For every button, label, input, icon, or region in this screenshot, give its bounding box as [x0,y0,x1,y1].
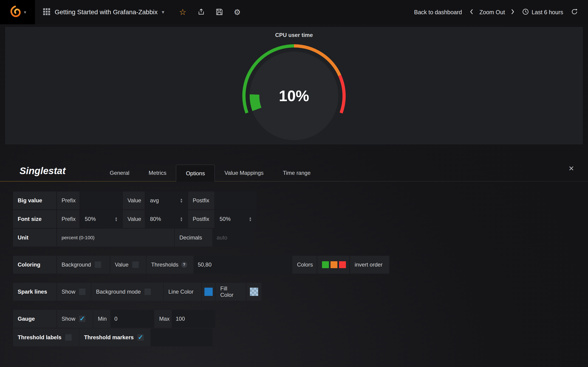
sparkline-show-checkbox[interactable] [79,289,86,295]
value-fontsize-select[interactable]: 80% ▲▼ [145,210,187,228]
decimals-input[interactable] [216,234,250,241]
background-label: Background [61,261,91,268]
coloring-label: Coloring [13,256,56,274]
clock-icon [522,8,529,16]
fill-color-label: Fill Color [216,283,246,301]
navbar-actions: ☆ ⚙ [179,8,241,16]
unit-label: Unit [13,229,56,247]
gauge: 10% [232,40,356,146]
coloring-background-cell: Background [57,256,110,274]
invert-order-button[interactable]: invert order [350,256,389,274]
save-button[interactable] [216,8,223,16]
navbar-right: Back to dashboard Zoom Out Last 6 hours [414,8,588,16]
big-value-postfix-input[interactable] [219,197,253,204]
back-to-dashboard-link[interactable]: Back to dashboard [414,9,462,16]
close-editor-button[interactable]: ✕ [569,165,574,175]
tab-options[interactable]: Options [176,165,215,182]
refresh-button[interactable] [571,8,578,16]
gear-icon: ⚙ [234,8,241,16]
save-icon [216,8,223,16]
prefix-fontsize-value: 50% [85,216,96,222]
settings-button[interactable]: ⚙ [234,8,241,16]
editor-tabs: General Metrics Options Value Mappings T… [100,165,320,181]
threshold-markers-checkbox[interactable] [137,334,144,341]
min-input-cell [111,310,154,328]
gauge-min-input[interactable] [114,316,150,322]
big-value-stat-value: avg [150,197,159,204]
unit-select[interactable]: percent (0-100) [57,229,174,247]
thresholds-cell: Thresholds ? [147,256,193,274]
cpu-user-time-panel: CPU user time 10% [5,27,583,144]
options-form: Big value Prefix Value avg ▲▼ Postfix Fo… [0,181,588,367]
prefix-fontsize-select[interactable]: 50% ▲▼ [80,210,122,228]
postfix-label: Postfix [188,192,214,209]
value-fontsize-value: 80% [150,216,161,222]
unit-row: Unit percent (0-100) Decimals [13,229,588,247]
tab-general[interactable]: General [100,165,139,181]
decimals-input-cell [213,229,253,247]
big-value-row: Big value Prefix Value avg ▲▼ Postfix [13,192,588,209]
help-icon[interactable]: ? [181,262,187,268]
spark-lines-row: Spark lines Show Background mode Line Co… [13,283,588,301]
big-value-prefix-input[interactable] [84,197,119,204]
thresholds-input-cell [194,256,292,274]
panel-title[interactable]: CPU user time [6,32,582,38]
share-icon [198,8,205,16]
color-swatches-cell [317,256,349,274]
value-label: Value [123,210,145,228]
chevron-down-icon: ▾ [162,9,164,15]
threshold-color-2-swatch[interactable] [330,261,337,268]
select-arrows-icon: ▲▼ [115,217,118,222]
min-label: Min [93,310,110,328]
gauge-label: Gauge [13,310,56,328]
share-button[interactable] [198,8,205,16]
dashboard-picker[interactable]: Getting Started with Grafana-Zabbix ▾ [35,0,172,24]
tab-value-mappings[interactable]: Value Mappings [215,165,273,181]
chevron-left-icon[interactable] [470,8,473,16]
coloring-background-checkbox[interactable] [95,261,101,268]
chevron-right-icon[interactable] [511,8,515,16]
grafana-logo[interactable]: ▾ [0,0,35,24]
coloring-value-checkbox[interactable] [132,261,139,268]
threshold-labels-checkbox[interactable] [65,334,72,341]
time-range-picker[interactable]: Last 6 hours [522,8,563,16]
threshold-color-1-swatch[interactable] [322,261,329,268]
gauge-max-input[interactable] [176,316,212,322]
line-color-swatch[interactable] [204,288,213,296]
max-label: Max [155,310,171,328]
select-arrows-icon: ▲▼ [180,198,183,203]
zoom-out-button[interactable]: Zoom Out [479,9,505,16]
zoom-controls: Zoom Out [470,8,515,16]
panel-type-title: Singlestat [19,165,66,181]
tab-time-range[interactable]: Time range [273,165,320,181]
thresholds-input[interactable] [198,261,288,268]
tab-metrics[interactable]: Metrics [139,165,176,181]
background-mode-checkbox[interactable] [145,289,151,295]
value-label: Value [115,261,129,268]
threshold-color-3-swatch[interactable] [339,261,346,268]
postfix-input-cell [215,192,256,209]
navbar: ▾ Getting Started with Grafana-Zabbix ▾ … [0,0,588,24]
fill-color-cell [246,283,261,301]
grafana-flame-icon [9,5,22,19]
fill-color-swatch[interactable] [250,288,258,296]
max-input-cell [172,310,215,328]
big-value-label: Big value [13,192,56,209]
threshold-markers-label: Threshold markers [84,334,134,341]
show-label: Show [61,316,75,322]
editor-header: Singlestat General Metrics Options Value… [0,158,588,181]
big-value-stat-select[interactable]: avg ▲▼ [145,192,187,209]
fill-color-overlay [250,288,258,296]
postfix-fontsize-select[interactable]: 50% ▲▼ [215,210,256,228]
spark-lines-label: Spark lines [13,283,56,301]
gauge-show-checkbox[interactable] [79,316,86,322]
font-size-row: Font size Prefix 50% ▲▼ Value 80% ▲▼ Pos… [13,210,588,228]
sparkline-show-cell: Show [57,283,91,301]
star-button[interactable]: ☆ [179,8,186,16]
value-label: Value [123,192,145,209]
gauge-row: Gauge Show Min Max [13,310,588,328]
spacer-cell [151,328,212,346]
gauge-show-cell: Show [57,310,93,328]
show-label: Show [61,289,75,295]
postfix-label: Postfix [188,210,214,228]
